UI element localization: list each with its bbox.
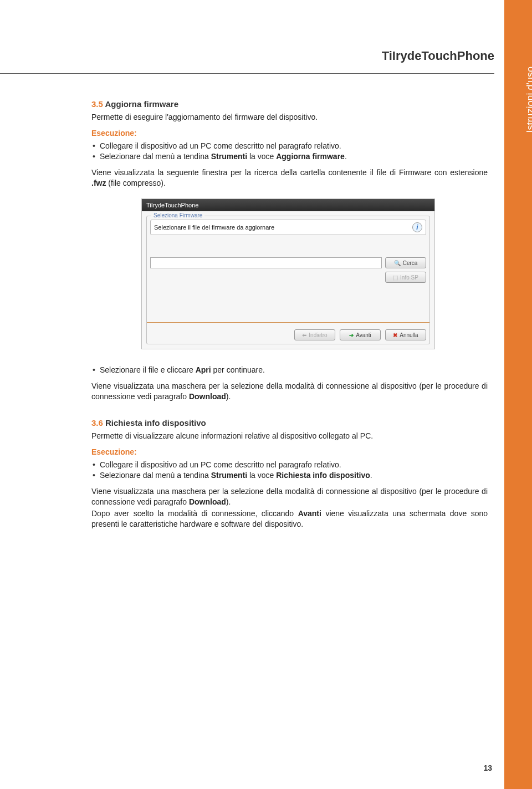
info-sp-icon: ⬚ [393, 274, 398, 282]
sidebar-stripe: Istruzioni d'uso [504, 0, 532, 789]
indietro-button[interactable]: ⬅Indietro [294, 329, 335, 340]
list-item: Collegare il dispositivo ad un PC come d… [93, 460, 488, 470]
dialog-screenshot: TiIrydeTouchPhone Seleziona Firmware Sel… [141, 198, 435, 350]
section-heading-35: 3.5 Aggiorna firmware [91, 99, 488, 110]
bullet-list: Selezionare il file e cliccare Apri per … [91, 365, 488, 375]
dialog-message: Selezionare il file del firmware da aggi… [154, 223, 274, 232]
list-item: Selezionare dal menù a tendina Strumenti… [93, 151, 488, 162]
section-number: 3.6 [91, 418, 103, 427]
search-icon: 🔍 [394, 259, 401, 267]
paragraph: Viene visualizzata una maschera per la s… [91, 486, 488, 507]
paragraph: Viene visualizzata la seguente finestra … [91, 167, 488, 189]
section-intro: Permette di visualizzare alcune informaz… [91, 431, 488, 441]
section-number: 3.5 [91, 99, 103, 109]
dialog-footer: ⬅Indietro ➔Avanti ✖Annulla [150, 326, 426, 340]
paragraph: Viene visualizzata una maschera per la s… [91, 381, 488, 402]
list-item: Collegare il dispositivo ad un PC come d… [93, 141, 488, 151]
section-intro: Permette di eseguire l'aggiornamento del… [91, 112, 488, 123]
header-rule [0, 73, 494, 74]
dialog-body: Seleziona Firmware Selezionare il file d… [142, 211, 434, 349]
dialog-search-row: 🔍Cerca [150, 257, 426, 268]
cancel-icon: ✖ [393, 332, 397, 339]
dialog-titlebar: TiIrydeTouchPhone [142, 199, 434, 212]
section-heading-36: 3.6 Richiesta info dispositivo [91, 418, 488, 429]
paragraph: Dopo aver scelto la modalità di connessi… [91, 508, 488, 530]
info-sp-button[interactable]: ⬚Info SP [385, 272, 426, 283]
execution-label: Esecuzione: [91, 447, 488, 457]
annulla-button[interactable]: ✖Annulla [385, 329, 426, 340]
page-title: TiIrydeTouchPhone [382, 49, 494, 63]
dialog-separator [147, 322, 429, 323]
execution-label: Esecuzione: [91, 128, 488, 139]
firmware-path-input[interactable] [150, 257, 382, 268]
arrow-right-icon: ➔ [349, 332, 354, 339]
cerca-button[interactable]: 🔍Cerca [385, 257, 426, 268]
avanti-button[interactable]: ➔Avanti [340, 329, 381, 340]
section-title: Richiesta info dispositivo [105, 418, 206, 427]
dialog-groupbox: Seleziona Firmware Selezionare il file d… [146, 216, 430, 344]
dialog-message-row: Selezionare il file del firmware da aggi… [150, 220, 426, 235]
arrow-left-icon: ⬅ [302, 332, 306, 339]
bullet-list: Collegare il dispositivo ad un PC come d… [91, 460, 488, 481]
groupbox-label: Seleziona Firmware [151, 212, 204, 220]
info-icon[interactable]: i [412, 222, 422, 232]
list-item: Selezionare il file e cliccare Apri per … [93, 365, 488, 375]
main-content: 3.5 Aggiorna firmware Permette di esegui… [91, 94, 488, 536]
list-item: Selezionare dal menù a tendina Strumenti… [93, 470, 488, 481]
dialog-info-row: ⬚Info SP [150, 272, 426, 283]
page-number: 13 [483, 763, 492, 772]
section-title: Aggiorna firmware [105, 99, 178, 109]
sidebar-label: Istruzioni d'uso [524, 67, 532, 133]
bullet-list: Collegare il dispositivo ad un PC come d… [91, 141, 488, 162]
